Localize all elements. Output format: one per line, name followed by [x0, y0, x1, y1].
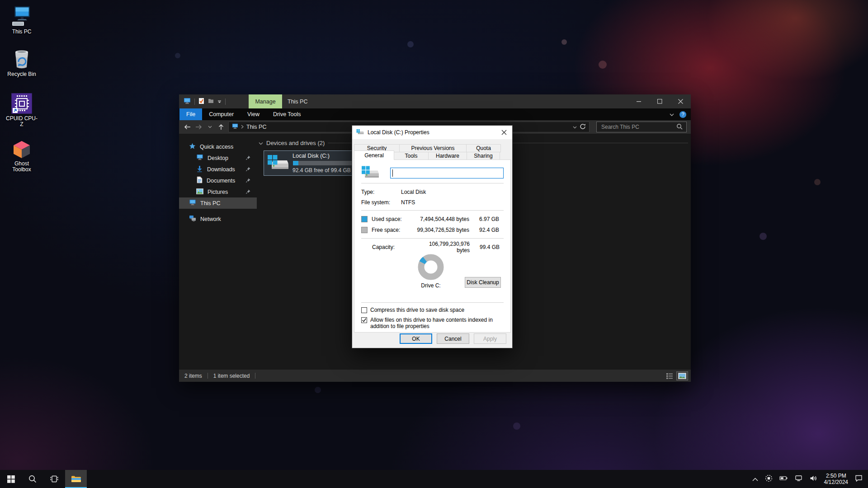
tab-quota[interactable]: Quota [466, 144, 501, 152]
volume-label-input[interactable] [390, 168, 504, 178]
search-input[interactable] [600, 123, 676, 131]
sidebar-item-label: Quick access [200, 144, 233, 150]
clock-time: 2:50 PM [824, 473, 848, 479]
ribbon-tab-row: File Computer View Drive Tools ? [179, 108, 691, 120]
maximize-button[interactable] [649, 94, 670, 108]
toolbar-separator [225, 99, 226, 105]
recycle-bin-icon [12, 47, 31, 70]
task-view-icon [50, 475, 58, 483]
forward-icon[interactable] [194, 123, 203, 131]
cancel-button[interactable]: Cancel [437, 333, 469, 344]
type-value: Local Disk [401, 189, 426, 195]
network-icon [189, 215, 196, 223]
group-collapse-chevron-icon[interactable] [259, 140, 263, 146]
drive-tile-local-disk-c[interactable]: Local Disk (C:) 92.4 GB free of 99.4 GB [264, 150, 359, 176]
customize-toolbar-chevron-icon[interactable] [217, 99, 222, 105]
ribbon-right-controls: ? [670, 108, 686, 120]
breadcrumb-chevron-icon [241, 124, 244, 130]
recent-locations-chevron-icon[interactable] [206, 123, 214, 131]
documents-icon [196, 176, 203, 185]
text-caret [392, 169, 393, 177]
taskbar-clock[interactable]: 2:50 PM 4/12/2024 [824, 473, 848, 485]
desktop-icon-recycle-bin[interactable]: Recycle Bin [2, 47, 42, 77]
indexing-checkbox[interactable] [361, 317, 367, 323]
address-dropdown-chevron-icon[interactable] [573, 124, 577, 130]
tab-previous-versions[interactable]: Previous Versions [399, 144, 467, 152]
battery-icon[interactable] [779, 474, 788, 483]
indexing-checkbox-row[interactable]: Allow files on this drive to have conten… [361, 317, 504, 329]
back-icon[interactable] [183, 123, 191, 131]
dialog-buttons: OK Cancel Apply [400, 333, 506, 344]
file-explorer-taskbar-button[interactable] [65, 470, 87, 488]
sidebar-item-documents[interactable]: Documents [179, 175, 257, 186]
sidebar-item-desktop[interactable]: Desktop [179, 152, 257, 164]
ribbon-expand-chevron-icon[interactable] [670, 111, 674, 117]
taskbar-search-button[interactable] [22, 470, 43, 488]
sidebar-item-quick-access[interactable]: Quick access [179, 141, 257, 152]
capacity-bytes: 106,799,230,976 bytes [415, 241, 470, 253]
manage-contextual-tab[interactable]: Manage [249, 94, 282, 108]
help-icon[interactable]: ? [679, 111, 686, 118]
filesystem-label: File system: [361, 199, 401, 206]
sidebar-item-pictures[interactable]: Pictures [179, 186, 257, 197]
quick-access-toolbar [179, 98, 230, 106]
ribbon-tab-view[interactable]: View [241, 108, 266, 120]
compress-checkbox-row[interactable]: Compress this drive to save disk space [361, 307, 504, 313]
sidebar-item-label: This PC [200, 200, 220, 206]
minimize-button[interactable] [628, 94, 649, 108]
tab-general[interactable]: General [354, 150, 394, 160]
details-view-icon[interactable] [665, 372, 675, 380]
search-icon[interactable] [676, 123, 683, 131]
disk-cleanup-button[interactable]: Disk Cleanup [465, 277, 501, 288]
desktop-icon-ghost-toolbox[interactable]: Ghost Toolbox [2, 136, 42, 173]
items-count: 2 items [184, 373, 202, 379]
compress-checkbox[interactable] [361, 307, 367, 313]
sidebar-item-label: Pictures [208, 189, 228, 195]
ribbon-tab-drive-tools[interactable]: Drive Tools [266, 108, 308, 120]
properties-quick-icon[interactable] [198, 98, 204, 106]
sidebar-item-label: Desktop [208, 155, 228, 161]
volume-icon[interactable] [810, 475, 817, 483]
window-title: This PC [288, 94, 307, 108]
tray-expand-chevron-icon[interactable] [752, 475, 758, 483]
used-space-bytes: 7,494,504,448 bytes [415, 216, 469, 222]
start-button[interactable] [0, 470, 22, 488]
indexing-checkbox-label: Allow files on this drive to have conten… [370, 317, 499, 329]
sidebar-item-network[interactable]: Network [179, 213, 257, 225]
tab-sharing[interactable]: Sharing [467, 152, 500, 160]
filesystem-value: NTFS [401, 199, 415, 206]
up-icon[interactable] [217, 123, 225, 131]
drive-capacity-fill [293, 161, 298, 165]
close-button[interactable] [670, 94, 691, 108]
desktop-icon-cpuz[interactable]: CPUID CPU-Z [2, 91, 42, 127]
used-space-size: 6.97 GB [469, 216, 499, 222]
new-folder-quick-icon[interactable] [208, 98, 214, 105]
group-header-label: Devices and drives (2) [266, 140, 325, 146]
used-space-swatch [361, 216, 368, 222]
ribbon-tab-file[interactable]: File [179, 108, 202, 120]
sidebar-item-label: Downloads [207, 166, 235, 173]
status-divider [208, 373, 208, 379]
ribbon-tab-computer[interactable]: Computer [202, 108, 241, 120]
apply-button[interactable]: Apply [474, 333, 506, 344]
separator [361, 210, 504, 211]
sidebar-item-this-pc[interactable]: This PC [179, 197, 257, 209]
hard-drive-icon [267, 154, 289, 173]
network-icon[interactable] [795, 475, 803, 483]
action-center-icon[interactable] [855, 474, 863, 483]
drive-icon-large [361, 165, 390, 181]
desktop-icon-this-pc[interactable]: This PC [2, 5, 42, 35]
tab-hardware[interactable]: Hardware [428, 152, 467, 160]
desktop: This PC Recycle Bin [0, 0, 868, 488]
ime-icon[interactable] [765, 474, 773, 484]
large-icons-view-icon[interactable] [676, 371, 688, 380]
dialog-close-icon[interactable] [496, 126, 512, 139]
task-view-button[interactable] [43, 470, 65, 488]
sidebar-item-downloads[interactable]: Downloads [179, 164, 257, 175]
breadcrumb-location[interactable]: This PC [246, 124, 266, 130]
search-box[interactable] [596, 122, 687, 132]
tab-tools[interactable]: Tools [394, 152, 429, 160]
refresh-icon[interactable] [580, 123, 586, 131]
ok-button[interactable]: OK [400, 333, 432, 344]
pin-icon [245, 155, 251, 162]
